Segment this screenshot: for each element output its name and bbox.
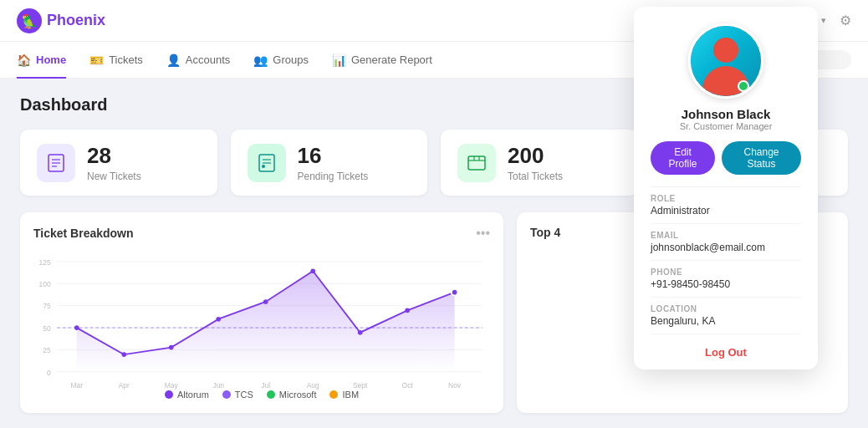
change-status-button[interactable]: Change Status	[722, 141, 801, 175]
total-tickets-icon	[457, 144, 496, 182]
svg-point-41	[405, 308, 410, 313]
profile-buttons: Edit Profile Change Status	[651, 141, 801, 175]
online-status-dot	[738, 80, 749, 92]
profile-info: ROLE Administrator EMAIL johnsonblack@em…	[651, 186, 801, 369]
svg-point-36	[169, 345, 174, 350]
profile-name: Johnson Black	[651, 107, 801, 121]
svg-text:75: 75	[43, 302, 51, 310]
profile-popup: Johnson Black Sr. Customer Manager Edit …	[634, 7, 818, 369]
topbar-brand: 🦜 Phoenix	[17, 8, 105, 33]
home-icon: 🏠	[17, 54, 31, 67]
edit-profile-button[interactable]: Edit Profile	[651, 141, 715, 175]
line-chart: 0 25 50 75 100 125	[33, 249, 490, 383]
phone-label: PHONE	[651, 268, 801, 277]
chart-title: Ticket Breakdown	[33, 227, 134, 240]
ticket-breakdown-card: Ticket Breakdown •••	[20, 212, 503, 413]
svg-rect-13	[468, 156, 485, 170]
stat-total-tickets: 200 Total Tickets	[441, 130, 638, 196]
svg-text:100: 100	[39, 280, 51, 288]
role-value: Administrator	[651, 205, 801, 217]
svg-point-35	[121, 352, 126, 357]
groups-icon: 👥	[253, 54, 268, 67]
svg-text:25: 25	[43, 346, 51, 354]
info-location: LOCATION Bengaluru, KA	[651, 298, 801, 334]
nav-tickets[interactable]: 🎫 Tickets	[89, 42, 143, 79]
info-role: ROLE Administrator	[651, 187, 801, 224]
stat-total-tickets-info: 200 Total Tickets	[508, 143, 563, 182]
nav-accounts-label: Accounts	[186, 54, 230, 66]
svg-point-40	[358, 330, 363, 335]
logout-row[interactable]: Log Out	[651, 334, 801, 369]
location-value: Bengaluru, KA	[651, 315, 801, 327]
report-icon: 📊	[332, 54, 346, 67]
logo-icon: 🦜	[17, 8, 42, 33]
svg-text:Mar: Mar	[70, 381, 83, 390]
svg-point-34	[74, 325, 79, 330]
avatar-inner	[691, 26, 761, 96]
email-label: EMAIL	[651, 231, 801, 240]
svg-text:Jul: Jul	[261, 381, 270, 390]
svg-text:0: 0	[47, 369, 51, 377]
chart-header: Ticket Breakdown •••	[33, 226, 490, 241]
svg-text:May: May	[165, 381, 179, 390]
profile-avatar-wrap	[651, 23, 801, 99]
pending-tickets-number: 16	[298, 143, 369, 169]
svg-point-12	[262, 165, 265, 168]
nav-accounts[interactable]: 👤 Accounts	[166, 42, 230, 79]
svg-marker-33	[77, 271, 455, 371]
logout-text: Log Out	[705, 346, 747, 359]
person-head	[713, 38, 738, 63]
stat-new-tickets-info: 28 New Tickets	[87, 143, 141, 182]
location-label: LOCATION	[651, 304, 801, 313]
top-companies-title: Top 4	[530, 226, 560, 239]
svg-point-38	[263, 299, 268, 304]
role-label: ROLE	[651, 194, 801, 203]
nav-groups[interactable]: 👥 Groups	[253, 42, 309, 79]
nav-report[interactable]: 📊 Generate Report	[332, 42, 432, 79]
svg-text:🦜: 🦜	[21, 13, 38, 29]
stat-pending-tickets: 16 Pending Tickets	[231, 130, 428, 196]
tickets-icon: 🎫	[89, 54, 104, 67]
total-tickets-number: 200	[508, 143, 563, 169]
new-tickets-number: 28	[87, 143, 141, 169]
nav-groups-label: Groups	[273, 54, 309, 66]
gear-icon[interactable]: ⚙	[840, 13, 851, 28]
pending-tickets-icon	[248, 144, 286, 182]
app-name: Phoenix	[47, 12, 105, 29]
svg-text:Jun: Jun	[212, 381, 224, 390]
info-phone: PHONE +91-98450-98450	[651, 261, 801, 298]
stat-pending-tickets-info: 16 Pending Tickets	[298, 143, 369, 182]
avatar-chevron[interactable]: ▾	[821, 15, 826, 26]
new-tickets-label: New Tickets	[87, 171, 141, 182]
total-tickets-label: Total Tickets	[508, 171, 563, 182]
nav-report-label: Generate Report	[351, 54, 432, 66]
svg-point-42	[452, 289, 458, 296]
chart-menu-icon[interactable]: •••	[476, 226, 490, 241]
svg-text:Nov: Nov	[448, 381, 462, 390]
svg-point-37	[216, 317, 221, 322]
svg-text:Sept: Sept	[353, 381, 368, 390]
email-value: johnsonblack@email.com	[651, 242, 801, 253]
nav-home-label: Home	[36, 54, 66, 66]
pending-tickets-label: Pending Tickets	[298, 171, 369, 182]
svg-text:125: 125	[39, 258, 51, 267]
svg-text:Aug: Aug	[307, 381, 319, 390]
phone-value: +91-98450-98450	[651, 278, 801, 290]
accounts-icon: 👤	[166, 54, 181, 67]
nav-tickets-label: Tickets	[109, 54, 143, 66]
svg-text:50: 50	[43, 324, 51, 333]
new-tickets-icon	[37, 144, 75, 182]
profile-avatar	[688, 23, 763, 99]
line-chart-svg: 0 25 50 75 100 125	[33, 249, 490, 408]
nav-home[interactable]: 🏠 Home	[17, 42, 66, 79]
svg-text:Apr: Apr	[119, 381, 130, 390]
svg-text:Oct: Oct	[402, 381, 414, 390]
stat-new-tickets: 28 New Tickets	[20, 130, 217, 196]
svg-point-39	[310, 268, 315, 273]
profile-role-title: Sr. Customer Manager	[651, 121, 801, 131]
info-email: EMAIL johnsonblack@email.com	[651, 224, 801, 261]
